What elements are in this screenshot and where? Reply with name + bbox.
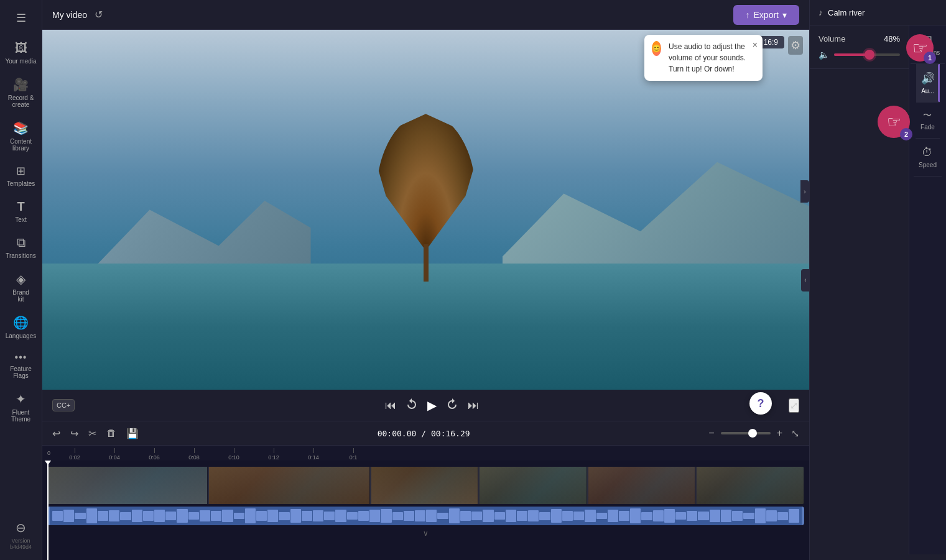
sidebar-item-your-media[interactable]: 🖼 Your media — [2, 36, 40, 70]
skip-forward-button[interactable]: ⏭ — [468, 399, 479, 412]
ruler-mark-7: 0:1 — [333, 448, 373, 461]
sidebar-item-feature-flags[interactable]: ••• FeatureFlags — [2, 347, 40, 384]
tree-trunk — [424, 244, 429, 282]
transitions-icon: ⧉ — [17, 236, 26, 250]
volume-percentage: 48% — [884, 34, 900, 44]
tooltip-close-button[interactable]: × — [753, 39, 758, 52]
timeline-ruler: 0 0:02 0:04 0:06 0:08 0:10 0:12 0:14 0:1 — [42, 446, 809, 461]
export-chevron: ▾ — [782, 10, 787, 20]
panel-collapse-button[interactable]: ‹ — [801, 269, 810, 291]
total-time: / 00:16.29 — [421, 429, 470, 438]
mute-icon[interactable]: 🔈 — [818, 50, 829, 60]
track-name: Calm river — [828, 8, 865, 17]
captions-button[interactable]: CC+ — [52, 399, 75, 411]
right-panel-header: ♪ Calm river — [810, 0, 946, 25]
zoom-in-button[interactable]: + — [774, 425, 785, 441]
music-note-icon: ♪ — [818, 7, 823, 17]
volume-slider-thumb[interactable] — [865, 50, 874, 60]
track-segment-4[interactable] — [480, 467, 587, 504]
volume-label: Volume — [818, 34, 845, 44]
captions-tab-icon: ⊡ — [923, 33, 932, 47]
expand-icon[interactable]: › — [800, 180, 809, 203]
delete-button[interactable]: 🗑 — [104, 425, 119, 441]
sidebar: ☰ 🖼 Your media 🎥 Record &create 📚 Conten… — [0, 0, 42, 560]
brand-kit-icon: ◈ — [16, 272, 26, 287]
playhead[interactable] — [47, 461, 49, 560]
sidebar-item-text[interactable]: T Text — [2, 195, 40, 228]
speed-tab-label: Speed — [919, 162, 937, 168]
sidebar-label-text: Text — [15, 216, 26, 223]
templates-icon: ⊞ — [16, 164, 26, 178]
right-panel: ♪ Calm river Volume 48% 🔈 — [809, 0, 946, 560]
replay-button[interactable] — [406, 398, 417, 413]
video-preview — [42, 30, 809, 390]
volume-section: Volume 48% 🔈 — [810, 25, 909, 69]
audio-tab-label: Au... — [921, 88, 934, 94]
sidebar-label-feature-flags: FeatureFlags — [10, 365, 31, 379]
export-button[interactable]: ↑ Export ▾ — [733, 5, 799, 25]
play-button[interactable]: ▶ — [427, 398, 437, 413]
hamburger-menu[interactable]: ☰ — [10, 5, 32, 31]
track-segment-6[interactable] — [697, 467, 804, 504]
sidebar-label-languages: Languages — [6, 333, 37, 339]
fade-tab-label: Fade — [920, 124, 935, 131]
tab-audio[interactable]: 🔊 Au... — [916, 64, 940, 103]
sidebar-item-content-library[interactable]: 📚 Contentlibrary — [2, 116, 40, 157]
panel-expand-right[interactable]: › — [800, 180, 809, 203]
sidebar-label-fluent: FluentTheme — [11, 409, 30, 423]
sidebar-label-templates: Templates — [7, 180, 35, 187]
current-time: 00:00.00 — [378, 429, 417, 438]
sidebar-item-transitions[interactable]: ⧉ Transitions — [2, 231, 40, 264]
tab-speed[interactable]: ⏱ Speed — [914, 139, 942, 177]
skip-back-button[interactable]: ⏮ — [385, 399, 396, 412]
forward-button[interactable] — [447, 398, 458, 413]
active-tab-indicator — [938, 64, 940, 102]
tab-captions[interactable]: ⊡ Captions — [911, 25, 945, 64]
volume-slider[interactable] — [834, 53, 900, 56]
undo-button[interactable]: ↩ — [50, 425, 63, 442]
zoom-slider[interactable] — [721, 432, 771, 434]
track-segment-5[interactable] — [588, 467, 696, 504]
tooltip-avatar: 😊 — [652, 41, 661, 56]
timeline-toolbar: ↩ ↪ ✂ 🗑 💾 00:00.00 / 00:16.29 − + ⤡ — [42, 421, 809, 446]
sidebar-item-record-create[interactable]: 🎥 Record &create — [2, 72, 40, 113]
volume-header: Volume 48% — [818, 34, 900, 44]
zoom-handle[interactable] — [748, 429, 757, 438]
settings-button[interactable]: ⚙ — [788, 36, 803, 55]
text-icon: T — [17, 200, 24, 214]
track-segment-2[interactable] — [209, 467, 369, 504]
sidebar-item-version: ⊖ Versionb4d49d4 — [2, 515, 40, 555]
track-segment-3[interactable] — [371, 467, 479, 504]
speed-tab-icon: ⏱ — [922, 146, 933, 159]
timeline-expand-button[interactable]: ∨ — [42, 528, 809, 539]
fade-tab-icon: 〜 — [923, 110, 932, 121]
sidebar-item-templates[interactable]: ⊞ Templates — [2, 159, 40, 192]
help-button[interactable]: ? — [749, 392, 772, 415]
track-segment-1[interactable] — [47, 467, 208, 504]
refresh-button[interactable]: ↺ — [95, 9, 103, 21]
cut-button[interactable]: ✂ — [86, 425, 99, 442]
tree-explosion — [376, 114, 476, 250]
fullscreen-button[interactable]: ⤢ — [789, 398, 799, 413]
record-icon: 🎥 — [13, 77, 29, 92]
sidebar-item-fluent-theme[interactable]: ✦ FluentTheme — [2, 387, 40, 428]
video-controls: CC+ ⏮ ▶ ⏭ ⤢ ? — [42, 390, 809, 421]
redo-button[interactable]: ↪ — [68, 425, 81, 442]
audio-track[interactable] — [47, 507, 804, 525]
ruler-mark-2: 0:06 — [134, 448, 174, 461]
top-bar: My video ↺ ↑ Export ▾ — [42, 0, 809, 30]
video-track[interactable] — [47, 467, 804, 504]
fit-to-window-button[interactable]: ⤡ — [789, 425, 802, 442]
audio-waveform — [50, 507, 802, 525]
tab-fade[interactable]: 〜 Fade — [916, 103, 940, 139]
ruler-zero: 0 — [47, 450, 52, 456]
ruler-mark-3: 0:08 — [174, 448, 214, 461]
captions-tab-label: Captions — [916, 49, 940, 56]
sidebar-item-brand-kit[interactable]: ◈ Brandkit — [2, 267, 40, 308]
zoom-out-button[interactable]: − — [706, 425, 716, 441]
volume-slider-fill — [834, 53, 866, 56]
zoom-controls: − + ⤡ — [706, 425, 802, 442]
mountains-right — [503, 156, 809, 282]
sidebar-item-languages[interactable]: 🌐 Languages — [2, 310, 40, 344]
save-button[interactable]: 💾 — [124, 425, 141, 442]
